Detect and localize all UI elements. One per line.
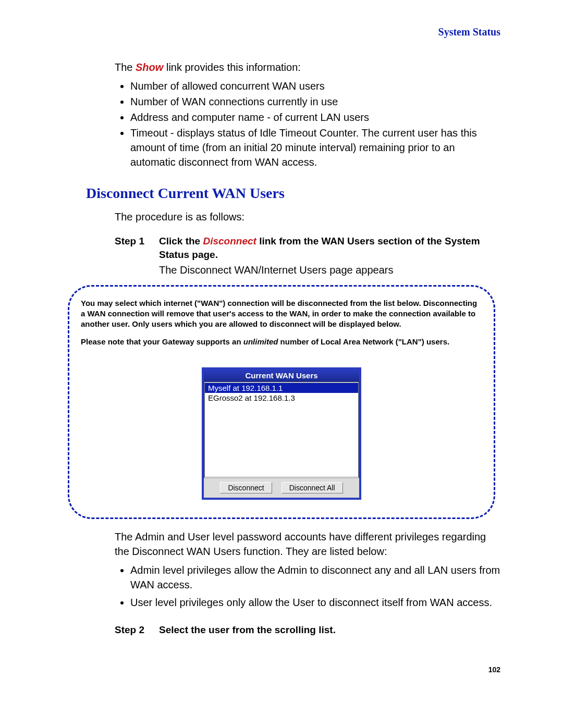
header-section-title: System Status — [63, 26, 500, 38]
step-2-instruction: Select the user from the scrolling list. — [159, 623, 500, 637]
list-item: Timeout - displays status of Idle Timeou… — [130, 126, 500, 169]
show-link-word: Show — [136, 61, 163, 73]
disconnect-all-button[interactable]: Disconnect All — [282, 482, 343, 493]
callout-note: Please note that your Gateway supports a… — [81, 337, 482, 347]
gateway-button-row: Disconnect Disconnect All — [204, 478, 359, 498]
procedure-intro: The procedure is as follows: — [115, 211, 500, 223]
list-item: User level privileges only allow the Use… — [130, 595, 500, 610]
gateway-list-item[interactable]: EGrosso2 at 192.168.1.3 — [205, 393, 358, 403]
callout-paragraph-1: You may select which internet ("WAN") co… — [81, 298, 482, 329]
show-bullet-list: Number of allowed concurrent WAN users N… — [115, 79, 500, 169]
disconnect-button[interactable]: Disconnect — [220, 482, 272, 493]
step-1-block: Step 1 Click the Disconnect link from th… — [115, 235, 500, 277]
list-item: Admin level privileges allow the Admin t… — [130, 563, 500, 592]
callout-note-prefix: Please note that your Gateway supports a… — [81, 337, 243, 346]
list-item: Number of WAN connections currently in u… — [130, 94, 500, 109]
list-item: Number of allowed concurrent WAN users — [130, 79, 500, 93]
current-wan-users-widget: Current WAN Users Myself at 192.168.1.1 … — [202, 367, 361, 500]
step-1-label: Step 1 — [115, 235, 159, 261]
step-1-prefix: Click the — [159, 236, 203, 246]
callout-note-suffix: number of Local Area Network ("LAN") use… — [278, 337, 449, 346]
section-heading-disconnect: Disconnect Current WAN Users — [86, 185, 500, 202]
list-item: Address and computer name - of current L… — [130, 110, 500, 125]
show-intro: The Show link provides this information: — [115, 61, 500, 73]
disconnect-link-word: Disconnect — [203, 236, 256, 246]
show-intro-prefix: The — [115, 61, 136, 73]
callout-note-em: unlimited — [243, 337, 278, 346]
gateway-list-item[interactable]: Myself at 192.168.1.1 — [205, 383, 358, 393]
gateway-user-list[interactable]: Myself at 192.168.1.1 EGrosso2 at 192.16… — [204, 382, 359, 477]
page-number: 102 — [63, 665, 500, 674]
show-intro-suffix: link provides this information: — [163, 61, 300, 73]
step-1-result: The Disconnect WAN/Internet Users page a… — [159, 263, 500, 277]
privileges-list: Admin level privileges allow the Admin t… — [115, 563, 500, 610]
privileges-intro: The Admin and User level password accoun… — [115, 529, 500, 559]
callout-box: You may select which internet ("WAN") co… — [68, 285, 495, 519]
step-1-instruction: Click the Disconnect link from the WAN U… — [159, 235, 500, 261]
step-2-block: Step 2 Select the user from the scrollin… — [115, 623, 500, 637]
step-2-label: Step 2 — [115, 623, 159, 637]
gateway-title: Current WAN Users — [204, 369, 359, 382]
